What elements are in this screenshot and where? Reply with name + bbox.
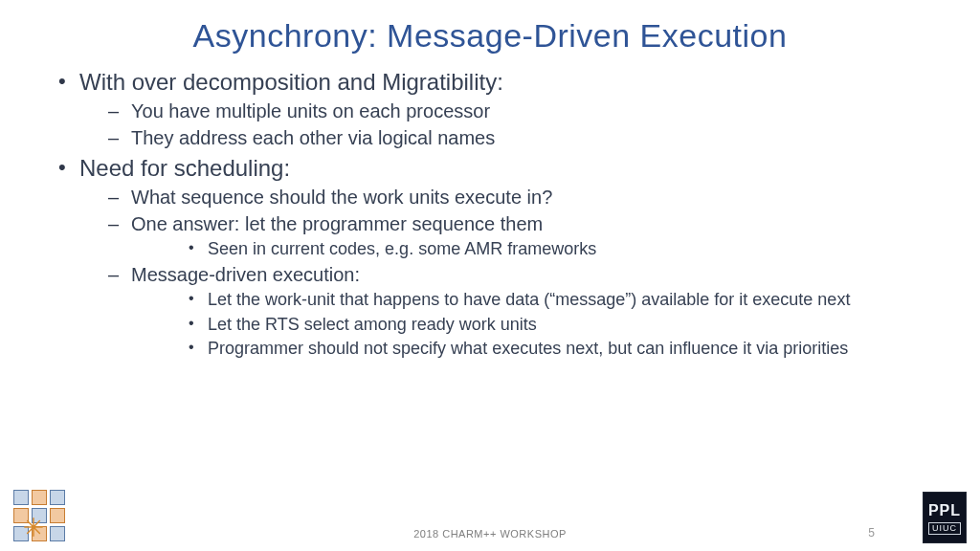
- bullet-text: You have multiple units on each processo…: [131, 100, 490, 121]
- slide-title: Asynchrony: Message-Driven Execution: [0, 0, 980, 55]
- footer-text: 2018 CHARM++ WORKSHOP: [0, 528, 980, 540]
- page-number: 5: [868, 526, 875, 540]
- bullet-l3: Programmer should not specify what execu…: [131, 338, 927, 360]
- bullet-l2: What sequence should the work units exec…: [79, 185, 927, 209]
- bullet-l2: They address each other via logical name…: [79, 125, 927, 150]
- bullet-text: Seen in current codes, e.g. some AMR fra…: [208, 239, 596, 258]
- bullet-l3: Let the RTS select among ready work unit…: [131, 314, 927, 336]
- bullet-l2: One answer: let the programmer sequence …: [79, 211, 927, 260]
- bullet-l1: Need for scheduling: What sequence shoul…: [53, 154, 927, 361]
- bullet-l3: Let the work-unit that happens to have d…: [131, 289, 927, 311]
- slide-content: With over decomposition and Migratibilit…: [0, 55, 980, 361]
- bullet-l1: With over decomposition and Migratibilit…: [53, 68, 927, 150]
- charm-logo-icon: [13, 490, 65, 541]
- bullet-text: One answer: let the programmer sequence …: [131, 213, 543, 234]
- bullet-text: What sequence should the work units exec…: [131, 187, 552, 208]
- bullet-text: Let the RTS select among ready work unit…: [208, 315, 537, 334]
- ppl-text: PPL: [928, 503, 961, 518]
- bullet-text: They address each other via logical name…: [131, 127, 495, 148]
- bullet-text: Message-driven execution:: [131, 264, 360, 285]
- bullet-text: Let the work-unit that happens to have d…: [208, 290, 850, 309]
- bullet-text: Programmer should not specify what execu…: [208, 339, 848, 358]
- ppl-uiuc-logo-icon: PPL UIUC: [923, 492, 967, 543]
- bullet-text: With over decomposition and Migratibilit…: [79, 69, 503, 95]
- bullet-text: Need for scheduling:: [79, 155, 290, 181]
- bullet-l2: Message-driven execution: Let the work-u…: [79, 262, 927, 360]
- bullet-l2: You have multiple units on each processo…: [79, 99, 927, 123]
- bullet-l3: Seen in current codes, e.g. some AMR fra…: [131, 238, 927, 260]
- uiuc-text: UIUC: [928, 522, 961, 535]
